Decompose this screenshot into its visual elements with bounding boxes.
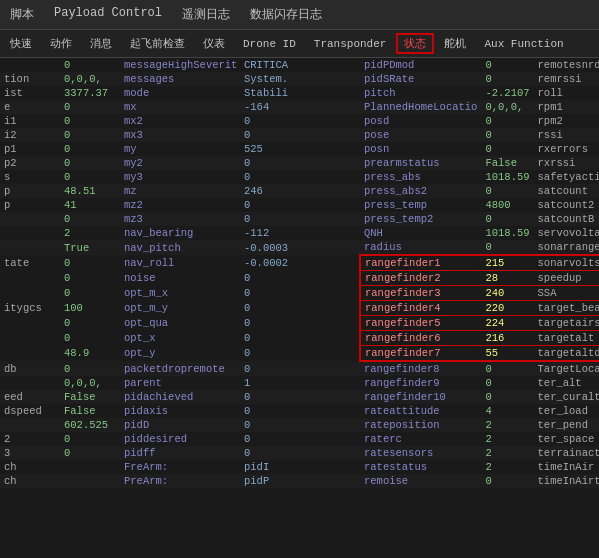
toolbar-instrument[interactable]: 仪表 [195,33,233,54]
table-row: Truenav_pitch-0.0003radius0sonarrange [0,240,599,255]
toolbar-preflight[interactable]: 起飞前检查 [122,33,193,54]
menu-payload-control[interactable]: Payload Control [44,2,172,27]
toolbar-action[interactable]: 动作 [42,33,80,54]
menu-bar: 脚本 Payload Control 遥测日志 数据闪存日志 [0,0,599,30]
table-row: tion0,0,0,messagesSystem.pidSRate0remrss… [0,72,599,86]
menu-flash-log[interactable]: 数据闪存日志 [240,2,332,27]
toolbar: 快速 动作 消息 起飞前检查 仪表 Drone ID Transponder 状… [0,30,599,58]
table-row: 602.525pidD0rateposition2ter_pend [0,418,599,432]
table-row: p10my525posn0rxerrors [0,142,599,156]
toolbar-message[interactable]: 消息 [82,33,120,54]
table-row: p20my20prearmstatusFalserxrssi [0,156,599,170]
table-row: 0messageHighSeveritCRITICApidPDmod0remot… [0,58,599,72]
table-row: chFreArm:pidIratestatus2timeInAir [0,460,599,474]
toolbar-quick[interactable]: 快速 [2,33,40,54]
toolbar-transponder[interactable]: Transponder [306,35,395,53]
toolbar-status[interactable]: 状态 [396,33,434,54]
table-row: 48.9opt_y0rangefinder755targetaltd [0,346,599,362]
table-row: 20piddesired0raterc2ter_space [0,432,599,446]
table-row: 2nav_bearing-112QNH1018.59servovolta [0,226,599,240]
table-row: p48.51mz246press_abs20satcount [0,184,599,198]
toolbar-drone-id[interactable]: Drone ID [235,35,304,53]
table-row: 0mz30press_temp20satcountB [0,212,599,226]
toolbar-aux-function[interactable]: Aux Function [476,35,571,53]
menu-telemetry-log[interactable]: 遥测日志 [172,2,240,27]
table-row: p41mz20press_temp4800satcount2 [0,198,599,212]
main-content: 0messageHighSeveritCRITICApidPDmod0remot… [0,58,599,558]
table-row: itygcs100opt_m_y0rangefinder4220target_b… [0,301,599,316]
data-scroll[interactable]: 0messageHighSeveritCRITICApidPDmod0remot… [0,58,599,558]
table-row: tate0nav_roll-0.0002rangefinder1215sonar… [0,255,599,271]
table-row: 0opt_qua0rangefinder5224targetairsp [0,316,599,331]
table-row: s0my30press_abs1018.59safetyacti [0,170,599,184]
table-row: 0opt_m_x0rangefinder3240SSA [0,286,599,301]
table-row: dspeedFalsepidaxis0rateattitude4ter_load [0,404,599,418]
table-row: 0noise0rangefinder228speedup [0,271,599,286]
table-row: ist3377.37modeStabilipitch-2.2107roll [0,86,599,100]
data-table: 0messageHighSeveritCRITICApidPDmod0remot… [0,58,599,488]
table-row: e0mx-164PlannedHomeLocatio0,0,0,rpm1 [0,100,599,114]
menu-script[interactable]: 脚本 [0,2,44,27]
table-row: i10mx20posd0rpm2 [0,114,599,128]
table-row: 30pidff0ratesensors2terrainact [0,446,599,460]
toolbar-servo[interactable]: 舵机 [436,33,474,54]
table-row: chPreArm:pidPremoise0timeInAirt [0,474,599,488]
table-row: 0opt_x0rangefinder6216targetalt [0,331,599,346]
table-row: i20mx30pose0rssi [0,128,599,142]
table-row: 0,0,0,parent1rangefinder90ter_alt [0,376,599,390]
table-row: eedFalsepidachieved0rangefinder100ter_cu… [0,390,599,404]
table-row: db0packetdropremote0rangefinder80TargetL… [0,361,599,376]
